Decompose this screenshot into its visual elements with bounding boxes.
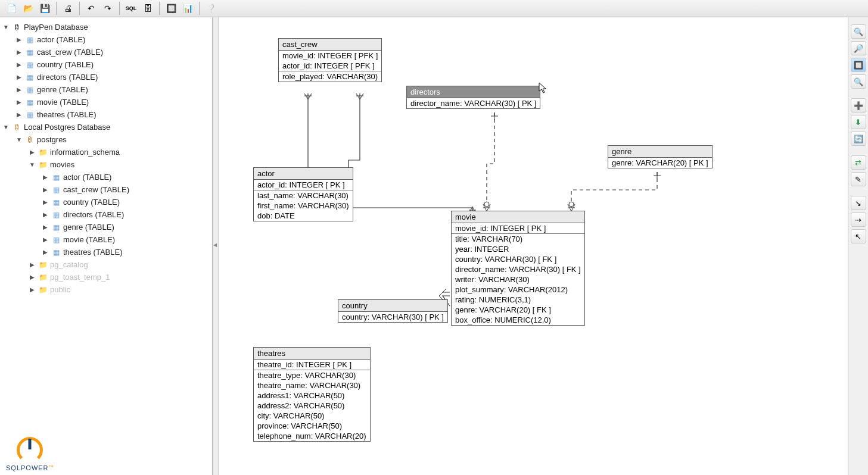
erd-column[interactable]: first_name: VARCHAR(30): [254, 201, 353, 211]
toolbar-report[interactable]: 📊: [180, 1, 195, 15]
chevron-right-icon[interactable]: ▶: [15, 61, 23, 68]
sync-button[interactable]: 🔄: [851, 132, 866, 146]
chevron-right-icon[interactable]: ▶: [15, 49, 23, 55]
tree-node-public[interactable]: ▶ 📁 public: [1, 283, 211, 296]
zoom-reset-button[interactable]: 🔍: [851, 74, 866, 89]
compare-button[interactable]: ⇄: [851, 155, 866, 170]
tree-node-pg-catalog[interactable]: ▶ 📁 pg_catalog: [1, 258, 211, 271]
zoom-out-button[interactable]: 🔎: [851, 41, 866, 55]
erd-column[interactable]: dob: DATE: [254, 211, 353, 221]
erd-column[interactable]: theatre_id: INTEGER [ PK ]: [254, 360, 370, 370]
toolbar-layout[interactable]: 🔲: [163, 1, 179, 15]
erd-column[interactable]: role_played: VARCHAR(30): [279, 71, 381, 82]
toolbar-print[interactable]: 🖨: [60, 1, 76, 15]
chevron-right-icon[interactable]: ▶: [15, 36, 23, 43]
relation-nonid-button[interactable]: ⇢: [851, 212, 866, 227]
erd-table-theatres[interactable]: theatres theatre_id: INTEGER [ PK ] thea…: [253, 347, 371, 442]
chevron-down-icon[interactable]: ▼: [15, 136, 23, 143]
tree-table-node[interactable]: ▶▦movie (TABLE): [1, 96, 211, 108]
tree-table-node[interactable]: ▶▦country (TABLE): [1, 58, 211, 71]
tree-table-node[interactable]: ▶▦actor (TABLE): [1, 33, 211, 46]
erd-column[interactable]: city: VARCHAR(50): [254, 411, 370, 421]
chevron-right-icon[interactable]: ▶: [42, 236, 49, 243]
erd-column[interactable]: year: INTEGER: [452, 244, 584, 254]
toolbar-save[interactable]: 💾: [37, 1, 52, 15]
erd-column[interactable]: country: VARCHAR(30) [ PK ]: [338, 312, 447, 322]
erd-table-cast-crew[interactable]: cast_crew movie_id: INTEGER [ PFK ]actor…: [278, 38, 382, 82]
erd-column[interactable]: title: VARCHAR(70): [452, 234, 584, 244]
erd-column[interactable]: theatre_name: VARCHAR(30): [254, 380, 370, 390]
chevron-down-icon[interactable]: ▼: [2, 24, 10, 30]
cursor-tool-button[interactable]: ↖: [851, 229, 866, 243]
erd-column[interactable]: address1: VARCHAR(50): [254, 390, 370, 401]
erd-canvas[interactable]: cast_crew movie_id: INTEGER [ PFK ]actor…: [219, 17, 848, 475]
tree-table-node[interactable]: ▶▦directors (TABLE): [1, 71, 211, 83]
tree-root-local-pg[interactable]: ▼ 🛢 Local Postgres Database: [1, 121, 211, 133]
erd-column[interactable]: address2: VARCHAR(50): [254, 401, 370, 411]
erd-column[interactable]: box_office: NUMERIC(12,0): [452, 315, 584, 325]
toolbar-undo[interactable]: ↶: [83, 1, 99, 15]
sidebar-resize-handle[interactable]: [213, 17, 219, 475]
tree-table-node[interactable]: ▶▦country (TABLE): [1, 196, 211, 208]
erd-column[interactable]: director_name: VARCHAR(30) [ PK ]: [407, 98, 540, 108]
new-table-button[interactable]: ➕: [851, 98, 866, 112]
chevron-right-icon[interactable]: ▶: [42, 224, 49, 230]
toolbar-help[interactable]: ❔: [203, 1, 219, 15]
chevron-right-icon[interactable]: ▶: [29, 286, 36, 293]
chevron-right-icon[interactable]: ▶: [15, 111, 23, 118]
chevron-right-icon[interactable]: ▶: [42, 174, 49, 180]
erd-table-directors[interactable]: directors director_name: VARCHAR(30) [ P…: [406, 86, 540, 109]
export-button[interactable]: ⬇: [851, 115, 866, 129]
erd-column[interactable]: rating: NUMERIC(3,1): [452, 295, 584, 305]
tree-table-node[interactable]: ▶▦cast_crew (TABLE): [1, 46, 211, 58]
erd-column[interactable]: genre: VARCHAR(20) [ FK ]: [452, 305, 584, 315]
tree-table-node[interactable]: ▶▦theatres (TABLE): [1, 246, 211, 258]
erd-column[interactable]: telephone_num: VARCHAR(20): [254, 431, 370, 441]
tree-table-node[interactable]: ▶▦actor (TABLE): [1, 171, 211, 183]
erd-column[interactable]: director_name: VARCHAR(30) [ FK ]: [452, 264, 584, 274]
chevron-right-icon[interactable]: ▶: [15, 74, 23, 80]
tree-root-playpen[interactable]: ▼ 🛢 PlayPen Database: [1, 21, 211, 33]
toolbar-ddl[interactable]: 🗄: [140, 1, 155, 15]
toolbar-open[interactable]: 📂: [20, 1, 36, 15]
chevron-down-icon[interactable]: ▼: [2, 124, 10, 130]
erd-column[interactable]: theatre_type: VARCHAR(30): [254, 370, 370, 380]
chevron-right-icon[interactable]: ▶: [42, 186, 49, 193]
tree-table-node[interactable]: ▶▦directors (TABLE): [1, 208, 211, 221]
zoom-in-button[interactable]: 🔍: [851, 24, 866, 39]
tree-node-info-schema[interactable]: ▶ 📁 information_schema: [1, 146, 211, 158]
tree-table-node[interactable]: ▶▦movie (TABLE): [1, 233, 211, 246]
chevron-down-icon[interactable]: ▼: [29, 161, 36, 168]
erd-table-movie[interactable]: movie movie_id: INTEGER [ PK ] title: VA…: [451, 211, 585, 326]
chevron-right-icon[interactable]: ▶: [42, 199, 49, 205]
erd-column[interactable]: plot_summary: VARCHAR(2012): [452, 285, 584, 295]
tree-table-node[interactable]: ▶▦cast_crew (TABLE): [1, 183, 211, 196]
chevron-right-icon[interactable]: ▶: [42, 211, 49, 218]
tree-node-movies-schema[interactable]: ▼ 📁 movies: [1, 158, 211, 171]
chevron-right-icon[interactable]: ▶: [29, 149, 36, 155]
erd-column[interactable]: writer: VARCHAR(30): [452, 274, 584, 285]
erd-column[interactable]: last_name: VARCHAR(30): [254, 190, 353, 201]
erd-column[interactable]: province: VARCHAR(50): [254, 421, 370, 431]
tree-table-node[interactable]: ▶▦theatres (TABLE): [1, 108, 211, 121]
chevron-right-icon[interactable]: ▶: [42, 249, 49, 255]
erd-table-actor[interactable]: actor actor_id: INTEGER [ PK ] last_name…: [253, 167, 353, 221]
tree-table-node[interactable]: ▶▦genre (TABLE): [1, 221, 211, 233]
chevron-right-icon[interactable]: ▶: [29, 274, 36, 280]
erd-column[interactable]: movie_id: INTEGER [ PK ]: [452, 223, 584, 233]
toolbar-sql[interactable]: SQL: [123, 1, 139, 15]
chevron-right-icon[interactable]: ▶: [15, 86, 23, 93]
chevron-right-icon[interactable]: ▶: [15, 99, 23, 105]
tree-node-pg-toast[interactable]: ▶ 📁 pg_toast_temp_1: [1, 271, 211, 283]
toolbar-redo[interactable]: ↷: [100, 1, 116, 15]
relation-id-button[interactable]: ↘: [851, 196, 866, 210]
tree-node-postgres[interactable]: ▼ 🛢 postgres: [1, 133, 211, 146]
erd-column[interactable]: actor_id: INTEGER [ PFK ]: [279, 61, 381, 71]
erd-column[interactable]: country: VARCHAR(30) [ FK ]: [452, 254, 584, 264]
erd-column[interactable]: actor_id: INTEGER [ PK ]: [254, 180, 353, 190]
zoom-fit-button[interactable]: 🔲: [851, 58, 866, 72]
chevron-right-icon[interactable]: ▶: [29, 261, 36, 268]
tree-table-node[interactable]: ▶▦genre (TABLE): [1, 83, 211, 96]
toolbar-new[interactable]: 📄: [4, 1, 19, 15]
erd-column[interactable]: movie_id: INTEGER [ PFK ]: [279, 51, 381, 61]
